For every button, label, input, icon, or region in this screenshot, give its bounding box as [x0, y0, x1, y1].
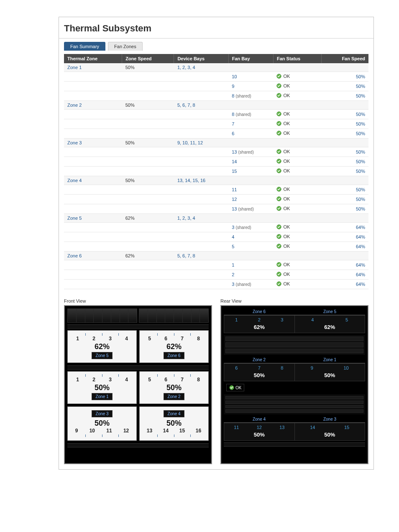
fan-status: OK — [273, 110, 321, 119]
fan-speed: 50% — [321, 119, 368, 129]
rear-bays: 1415 — [296, 425, 364, 430]
col-device-bays: Device Bays — [174, 54, 228, 63]
front-zone-box[interactable]: 567862%Zone 6 — [139, 330, 209, 363]
col-zone-speed: Zone Speed — [122, 54, 174, 63]
fan-bay: 4 — [228, 232, 273, 242]
rear-chassis: Zone 6Zone 512362%4562% Zone 2Zone 16785… — [220, 305, 368, 464]
fan-row: 8 (shared) OK50% — [64, 91, 368, 101]
rear-zone-box[interactable]: 4562% — [295, 316, 365, 333]
front-zone-box[interactable]: 567850%Zone 2 — [139, 371, 209, 404]
zone-name: Zone 5 — [64, 214, 122, 223]
fan-status: OK — [273, 147, 321, 157]
fan-speed: 50% — [321, 72, 368, 82]
rear-zone-box[interactable]: 11121350% — [224, 423, 295, 440]
fan-row: 12 OK50% — [64, 195, 368, 204]
zone-speed: 50% — [122, 176, 174, 185]
fan-bay: 3 (shared) — [228, 280, 273, 289]
zone-row: Zone 662%5, 6, 7, 8 — [64, 252, 368, 260]
zone-device-bays: 5, 6, 7, 8 — [174, 252, 228, 260]
zone-name: Zone 1 — [64, 63, 122, 72]
zone-speed: 62% — [122, 214, 174, 223]
fan-speed: 50% — [321, 204, 368, 214]
fan-status: OK — [273, 91, 321, 101]
fan-row: 5 OK64% — [64, 242, 368, 252]
bay-numbers: 5678 — [141, 377, 207, 383]
front-zone-box[interactable]: 123462%Zone 5 — [67, 330, 137, 363]
fan-speed: 64% — [321, 260, 368, 270]
fan-bay: 10 — [228, 72, 273, 82]
rear-ok-badge: OK — [226, 384, 244, 391]
fan-bay: 13 (shared) — [228, 147, 273, 157]
fan-status: OK — [273, 270, 321, 280]
front-chassis: 123462%Zone 5567862%Zone 6 123450%Zone 1… — [64, 305, 212, 464]
front-zone-box[interactable]: Zone 350%9101112 — [67, 406, 137, 441]
zone-speed: 50% — [122, 63, 174, 72]
fan-bay: 14 — [228, 157, 273, 167]
fan-bay: 1 — [228, 260, 273, 270]
fan-speed: 50% — [321, 82, 368, 91]
fan-status: OK — [273, 223, 321, 232]
fan-row: 7 OK50% — [64, 119, 368, 129]
front-zone-box[interactable]: 123450%Zone 1 — [67, 371, 137, 404]
bay-numbers: 9101112 — [69, 428, 135, 434]
fan-row: 6 OK50% — [64, 129, 368, 139]
rear-zone-box[interactable]: 141550% — [295, 423, 365, 440]
rear-zone-label: Zone 3 — [294, 416, 365, 423]
fan-row: 13 (shared) OK50% — [64, 147, 368, 157]
zone-name: Zone 4 — [64, 176, 122, 185]
fan-status: OK — [273, 185, 321, 195]
rear-pct: 50% — [225, 372, 294, 378]
rear-zone-box[interactable]: 12362% — [224, 316, 295, 333]
fan-row: 10 OK50% — [64, 72, 368, 82]
rear-pct: 50% — [296, 432, 364, 438]
zone-pct: 62% — [141, 342, 207, 351]
col-fan-status: Fan Status — [273, 54, 321, 63]
rear-zone-box[interactable]: 67850% — [224, 364, 295, 381]
zone-row: Zone 350%9, 10, 11, 12 — [64, 139, 368, 147]
tab-fan-zones[interactable]: Fan Zones — [108, 42, 143, 51]
fan-speed: 64% — [321, 223, 368, 232]
zone-device-bays: 1, 2, 3, 4 — [174, 214, 228, 223]
rear-bays: 45 — [296, 317, 364, 322]
fan-bay: 11 — [228, 185, 273, 195]
zone-device-bays: 1, 2, 3, 4 — [174, 63, 228, 72]
fan-row: 13 (shared) OK50% — [64, 204, 368, 214]
rear-bays: 123 — [225, 317, 294, 322]
zone-device-bays: 13, 14, 15, 16 — [174, 176, 228, 185]
zone-device-bays: 5, 6, 7, 8 — [174, 101, 228, 110]
zone-pct: 50% — [141, 419, 207, 428]
fan-speed: 50% — [321, 91, 368, 101]
fan-bay: 8 (shared) — [228, 91, 273, 101]
fan-bay: 9 — [228, 82, 273, 91]
fan-speed: 64% — [321, 232, 368, 242]
fan-speed: 50% — [321, 185, 368, 195]
fan-bay: 6 — [228, 129, 273, 139]
fan-status: OK — [273, 167, 321, 176]
front-zone-box[interactable]: Zone 450%13141516 — [139, 406, 209, 441]
rear-bays: 910 — [296, 365, 364, 370]
rear-pct: 62% — [225, 324, 294, 330]
zone-badge: Zone 2 — [164, 393, 184, 400]
fan-bay: 12 — [228, 195, 273, 204]
bay-numbers: 13141516 — [141, 428, 207, 434]
tab-fan-summary[interactable]: Fan Summary — [64, 42, 105, 51]
fan-row: 2 OK64% — [64, 270, 368, 280]
fan-status: OK — [273, 280, 321, 289]
rear-pct: 50% — [225, 432, 294, 438]
zone-badge: Zone 3 — [92, 410, 112, 417]
rear-zone-box[interactable]: 91050% — [295, 364, 365, 381]
col-fan-bay: Fan Bay — [228, 54, 273, 63]
tabs: Fan Summary Fan Zones — [59, 39, 373, 51]
fan-bay: 8 (shared) — [228, 110, 273, 119]
fan-speed: 64% — [321, 280, 368, 289]
fan-speed: 64% — [321, 242, 368, 252]
bay-numbers: 1234 — [69, 377, 135, 383]
fan-status: OK — [273, 260, 321, 270]
page-title: Thermal Subsystem — [59, 17, 373, 39]
zone-badge: Zone 6 — [164, 352, 184, 359]
zone-pct: 62% — [69, 342, 135, 351]
zone-device-bays: 9, 10, 11, 12 — [174, 139, 228, 147]
fan-speed: 50% — [321, 110, 368, 119]
fan-speed: 64% — [321, 270, 368, 280]
fan-bay: 2 — [228, 270, 273, 280]
